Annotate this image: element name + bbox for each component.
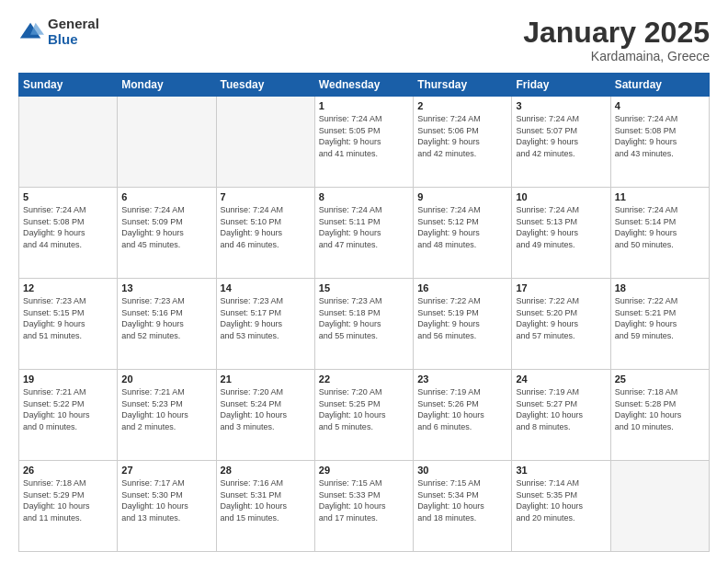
day-number: 16 bbox=[417, 282, 507, 293]
day-number: 24 bbox=[516, 373, 606, 385]
table-row: 5Sunrise: 7:24 AMSunset: 5:08 PMDaylight… bbox=[19, 188, 118, 279]
day-number: 7 bbox=[221, 191, 311, 202]
calendar-week-row: 5Sunrise: 7:24 AMSunset: 5:08 PMDaylight… bbox=[19, 188, 710, 279]
table-row: 11Sunrise: 7:24 AMSunset: 5:14 PMDayligh… bbox=[610, 188, 709, 279]
col-thursday: Thursday bbox=[414, 74, 512, 97]
day-number: 2 bbox=[417, 100, 507, 111]
col-monday: Monday bbox=[118, 74, 216, 97]
logo-text: General Blue bbox=[48, 17, 99, 47]
table-row: 20Sunrise: 7:21 AMSunset: 5:23 PMDayligh… bbox=[118, 370, 216, 461]
table-row: 19Sunrise: 7:21 AMSunset: 5:22 PMDayligh… bbox=[19, 370, 118, 461]
day-info: Sunrise: 7:24 AMSunset: 5:14 PMDaylight:… bbox=[615, 204, 705, 250]
table-row: 18Sunrise: 7:22 AMSunset: 5:21 PMDayligh… bbox=[610, 279, 709, 370]
day-info: Sunrise: 7:24 AMSunset: 5:10 PMDaylight:… bbox=[221, 204, 311, 250]
col-wednesday: Wednesday bbox=[314, 74, 413, 97]
day-number: 9 bbox=[417, 191, 507, 202]
day-number: 29 bbox=[319, 465, 409, 476]
col-sunday: Sunday bbox=[19, 74, 118, 97]
day-number: 28 bbox=[221, 465, 311, 476]
title-section: January 2025 Kardamaina, Greece bbox=[523, 17, 710, 63]
day-number: 17 bbox=[516, 282, 606, 293]
calendar-table: Sunday Monday Tuesday Wednesday Thursday… bbox=[18, 73, 710, 552]
day-number: 3 bbox=[516, 100, 606, 111]
day-info: Sunrise: 7:23 AMSunset: 5:18 PMDaylight:… bbox=[319, 295, 409, 341]
day-number: 23 bbox=[417, 373, 507, 385]
table-row: 29Sunrise: 7:15 AMSunset: 5:33 PMDayligh… bbox=[314, 461, 413, 552]
table-row: 26Sunrise: 7:18 AMSunset: 5:29 PMDayligh… bbox=[19, 461, 118, 552]
day-number: 21 bbox=[221, 373, 311, 385]
day-info: Sunrise: 7:24 AMSunset: 5:07 PMDaylight:… bbox=[516, 113, 606, 159]
table-row: 31Sunrise: 7:14 AMSunset: 5:35 PMDayligh… bbox=[512, 461, 610, 552]
table-row: 10Sunrise: 7:24 AMSunset: 5:13 PMDayligh… bbox=[512, 188, 610, 279]
table-row bbox=[216, 97, 314, 188]
day-info: Sunrise: 7:18 AMSunset: 5:29 PMDaylight:… bbox=[23, 477, 113, 523]
day-info: Sunrise: 7:19 AMSunset: 5:27 PMDaylight:… bbox=[516, 386, 606, 432]
calendar-week-row: 1Sunrise: 7:24 AMSunset: 5:05 PMDaylight… bbox=[19, 97, 710, 188]
day-number: 13 bbox=[121, 282, 211, 293]
day-info: Sunrise: 7:16 AMSunset: 5:31 PMDaylight:… bbox=[221, 477, 311, 523]
table-row: 24Sunrise: 7:19 AMSunset: 5:27 PMDayligh… bbox=[512, 370, 610, 461]
day-info: Sunrise: 7:20 AMSunset: 5:24 PMDaylight:… bbox=[221, 386, 311, 432]
day-info: Sunrise: 7:23 AMSunset: 5:16 PMDaylight:… bbox=[121, 295, 211, 341]
day-info: Sunrise: 7:22 AMSunset: 5:21 PMDaylight:… bbox=[615, 295, 705, 341]
table-row: 7Sunrise: 7:24 AMSunset: 5:10 PMDaylight… bbox=[216, 188, 314, 279]
day-number: 8 bbox=[319, 191, 409, 202]
logo-blue: Blue bbox=[48, 32, 99, 48]
logo-general: General bbox=[48, 17, 99, 32]
day-info: Sunrise: 7:24 AMSunset: 5:09 PMDaylight:… bbox=[121, 204, 211, 250]
day-number: 18 bbox=[615, 282, 705, 293]
table-row: 4Sunrise: 7:24 AMSunset: 5:08 PMDaylight… bbox=[610, 97, 709, 188]
day-number: 6 bbox=[121, 191, 211, 202]
day-info: Sunrise: 7:15 AMSunset: 5:34 PMDaylight:… bbox=[417, 477, 507, 523]
table-row: 3Sunrise: 7:24 AMSunset: 5:07 PMDaylight… bbox=[512, 97, 610, 188]
col-tuesday: Tuesday bbox=[216, 74, 314, 97]
table-row: 12Sunrise: 7:23 AMSunset: 5:15 PMDayligh… bbox=[19, 279, 118, 370]
calendar-week-row: 12Sunrise: 7:23 AMSunset: 5:15 PMDayligh… bbox=[19, 279, 710, 370]
day-info: Sunrise: 7:20 AMSunset: 5:25 PMDaylight:… bbox=[319, 386, 409, 432]
day-number: 19 bbox=[23, 373, 113, 385]
day-number: 26 bbox=[23, 465, 113, 476]
table-row: 28Sunrise: 7:16 AMSunset: 5:31 PMDayligh… bbox=[216, 461, 314, 552]
day-info: Sunrise: 7:24 AMSunset: 5:11 PMDaylight:… bbox=[319, 204, 409, 250]
table-row: 8Sunrise: 7:24 AMSunset: 5:11 PMDaylight… bbox=[314, 188, 413, 279]
day-info: Sunrise: 7:24 AMSunset: 5:08 PMDaylight:… bbox=[23, 204, 113, 250]
day-info: Sunrise: 7:17 AMSunset: 5:30 PMDaylight:… bbox=[121, 477, 211, 523]
table-row: 30Sunrise: 7:15 AMSunset: 5:34 PMDayligh… bbox=[414, 461, 512, 552]
day-number: 27 bbox=[121, 465, 211, 476]
table-row: 14Sunrise: 7:23 AMSunset: 5:17 PMDayligh… bbox=[216, 279, 314, 370]
day-info: Sunrise: 7:22 AMSunset: 5:20 PMDaylight:… bbox=[516, 295, 606, 341]
day-info: Sunrise: 7:24 AMSunset: 5:08 PMDaylight:… bbox=[615, 113, 705, 159]
month-title: January 2025 bbox=[523, 17, 710, 49]
day-number: 31 bbox=[516, 465, 606, 476]
table-row bbox=[610, 461, 709, 552]
table-row: 15Sunrise: 7:23 AMSunset: 5:18 PMDayligh… bbox=[314, 279, 413, 370]
day-info: Sunrise: 7:24 AMSunset: 5:13 PMDaylight:… bbox=[516, 204, 606, 250]
day-info: Sunrise: 7:15 AMSunset: 5:33 PMDaylight:… bbox=[319, 477, 409, 523]
col-saturday: Saturday bbox=[610, 74, 709, 97]
calendar-header-row: Sunday Monday Tuesday Wednesday Thursday… bbox=[19, 74, 710, 97]
day-number: 12 bbox=[23, 282, 113, 293]
location-subtitle: Kardamaina, Greece bbox=[523, 49, 710, 63]
day-number: 14 bbox=[221, 282, 311, 293]
table-row: 16Sunrise: 7:22 AMSunset: 5:19 PMDayligh… bbox=[414, 279, 512, 370]
table-row: 9Sunrise: 7:24 AMSunset: 5:12 PMDaylight… bbox=[414, 188, 512, 279]
day-number: 25 bbox=[615, 373, 705, 385]
table-row: 6Sunrise: 7:24 AMSunset: 5:09 PMDaylight… bbox=[118, 188, 216, 279]
day-info: Sunrise: 7:23 AMSunset: 5:15 PMDaylight:… bbox=[23, 295, 113, 341]
table-row: 21Sunrise: 7:20 AMSunset: 5:24 PMDayligh… bbox=[216, 370, 314, 461]
day-info: Sunrise: 7:24 AMSunset: 5:06 PMDaylight:… bbox=[417, 113, 507, 159]
logo: General Blue bbox=[18, 17, 99, 47]
day-info: Sunrise: 7:21 AMSunset: 5:23 PMDaylight:… bbox=[121, 386, 211, 432]
table-row: 25Sunrise: 7:18 AMSunset: 5:28 PMDayligh… bbox=[610, 370, 709, 461]
day-info: Sunrise: 7:24 AMSunset: 5:12 PMDaylight:… bbox=[417, 204, 507, 250]
day-info: Sunrise: 7:23 AMSunset: 5:17 PMDaylight:… bbox=[221, 295, 311, 341]
day-number: 1 bbox=[319, 100, 409, 111]
day-info: Sunrise: 7:21 AMSunset: 5:22 PMDaylight:… bbox=[23, 386, 113, 432]
calendar-week-row: 19Sunrise: 7:21 AMSunset: 5:22 PMDayligh… bbox=[19, 370, 710, 461]
day-number: 22 bbox=[319, 373, 409, 385]
day-number: 4 bbox=[615, 100, 705, 111]
header: General Blue January 2025 Kardamaina, Gr… bbox=[18, 17, 710, 63]
table-row: 2Sunrise: 7:24 AMSunset: 5:06 PMDaylight… bbox=[414, 97, 512, 188]
table-row: 1Sunrise: 7:24 AMSunset: 5:05 PMDaylight… bbox=[314, 97, 413, 188]
day-number: 20 bbox=[121, 373, 211, 385]
